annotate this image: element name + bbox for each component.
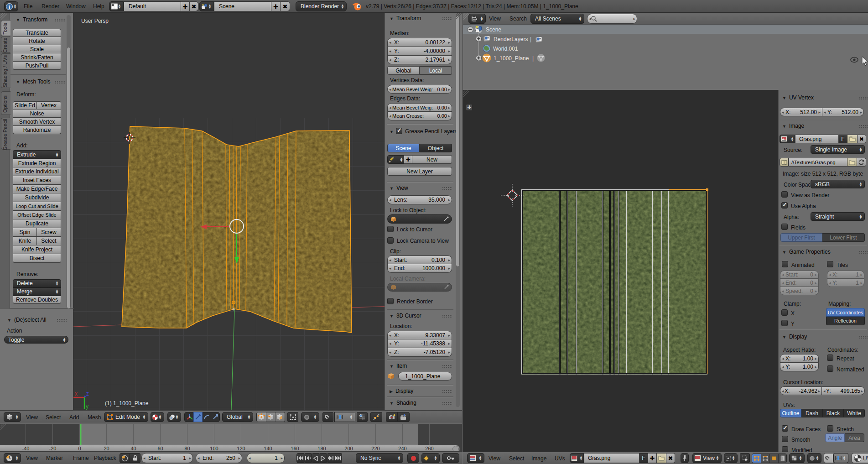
svg-text:60: 60 bbox=[157, 446, 163, 451]
svg-text:-40: -40 bbox=[22, 446, 30, 451]
svg-text:240: 240 bbox=[398, 446, 406, 451]
svg-text:y: y bbox=[86, 403, 88, 410]
svg-text:x: x bbox=[75, 391, 78, 397]
svg-text:160: 160 bbox=[291, 446, 299, 451]
svg-text:World.001: World.001 bbox=[493, 46, 518, 52]
svg-text:100: 100 bbox=[210, 446, 218, 451]
svg-text:20: 20 bbox=[104, 446, 109, 451]
svg-text:|: | bbox=[532, 55, 534, 62]
svg-text:|: | bbox=[530, 36, 531, 42]
svg-text:RenderLayers: RenderLayers bbox=[494, 36, 528, 42]
svg-text:120: 120 bbox=[237, 446, 245, 451]
svg-text:i: i bbox=[9, 4, 10, 9]
svg-text:40: 40 bbox=[130, 446, 136, 451]
svg-text:1_1000_Plane: 1_1000_Plane bbox=[494, 55, 529, 62]
svg-text:200: 200 bbox=[344, 446, 353, 451]
svg-text:Scene: Scene bbox=[486, 26, 501, 33]
svg-text:0: 0 bbox=[78, 446, 81, 451]
svg-text:260: 260 bbox=[425, 446, 433, 451]
svg-text:180: 180 bbox=[317, 446, 326, 451]
svg-text:80: 80 bbox=[184, 446, 190, 451]
svg-text:-20: -20 bbox=[49, 446, 57, 451]
svg-text:140: 140 bbox=[264, 446, 272, 451]
svg-text:220: 220 bbox=[371, 446, 379, 451]
svg-text:z: z bbox=[86, 391, 89, 397]
